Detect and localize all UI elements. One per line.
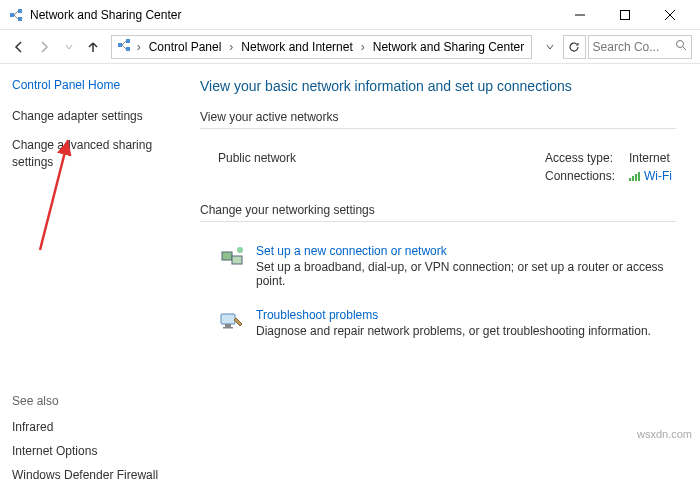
- window-titlebar: Network and Sharing Center: [0, 0, 700, 30]
- network-settings-heading: Change your networking settings: [200, 203, 676, 217]
- infrared-link[interactable]: Infrared: [12, 420, 178, 434]
- breadcrumb[interactable]: › Control Panel › Network and Internet ›…: [111, 35, 533, 59]
- main-content: View your basic network information and …: [190, 64, 700, 500]
- network-name: Public network: [218, 151, 545, 183]
- connections-value: Wi-Fi: [644, 169, 672, 183]
- setup-connection-link[interactable]: Set up a new connection or network: [256, 244, 672, 258]
- svg-line-3: [14, 11, 18, 15]
- close-button[interactable]: [647, 1, 692, 29]
- svg-line-12: [122, 41, 126, 45]
- window-title: Network and Sharing Center: [30, 8, 557, 22]
- access-type-label: Access type:: [545, 151, 615, 165]
- svg-rect-10: [126, 39, 130, 43]
- access-type-value: Internet: [629, 151, 672, 165]
- svg-rect-20: [225, 324, 231, 327]
- connections-label: Connections:: [545, 169, 615, 183]
- wifi-signal-icon: [629, 172, 640, 181]
- minimize-button[interactable]: [557, 1, 602, 29]
- svg-line-4: [14, 15, 18, 19]
- search-input[interactable]: Search Co...: [588, 35, 692, 59]
- page-heading: View your basic network information and …: [200, 78, 676, 94]
- wifi-connection-link[interactable]: Wi-Fi: [629, 169, 672, 183]
- up-button[interactable]: [82, 35, 105, 59]
- divider: [200, 128, 676, 129]
- change-advanced-sharing-link[interactable]: Change advanced sharing settings: [12, 137, 178, 171]
- svg-rect-0: [10, 13, 14, 17]
- svg-rect-2: [18, 17, 22, 21]
- navigation-bar: › Control Panel › Network and Internet ›…: [0, 30, 700, 64]
- back-button[interactable]: [8, 35, 31, 59]
- svg-rect-6: [620, 10, 629, 19]
- setup-connection-item: Set up a new connection or network Set u…: [200, 236, 676, 300]
- svg-point-14: [677, 41, 684, 48]
- window-controls: [557, 1, 692, 29]
- change-adapter-settings-link[interactable]: Change adapter settings: [12, 108, 178, 125]
- search-placeholder: Search Co...: [593, 40, 671, 54]
- sidebar: Control Panel Home Change adapter settin…: [0, 64, 190, 500]
- defender-firewall-link[interactable]: Windows Defender Firewall: [12, 468, 178, 482]
- troubleshoot-link[interactable]: Troubleshoot problems: [256, 308, 651, 322]
- svg-rect-17: [232, 256, 242, 264]
- troubleshoot-desc: Diagnose and repair network problems, or…: [256, 324, 651, 338]
- breadcrumb-sharing-center[interactable]: Network and Sharing Center: [370, 38, 527, 56]
- breadcrumb-network-internet[interactable]: Network and Internet: [238, 38, 355, 56]
- setup-connection-desc: Set up a broadband, dial-up, or VPN conn…: [256, 260, 672, 288]
- chevron-right-icon[interactable]: ›: [226, 40, 236, 54]
- svg-rect-1: [18, 9, 22, 13]
- app-icon: [8, 7, 24, 23]
- troubleshoot-item: Troubleshoot problems Diagnose and repai…: [200, 300, 676, 350]
- active-networks-heading: View your active networks: [200, 110, 676, 124]
- troubleshoot-icon: [218, 308, 246, 336]
- network-icon: [116, 37, 132, 56]
- chevron-right-icon[interactable]: ›: [358, 40, 368, 54]
- search-icon: [675, 39, 687, 54]
- svg-rect-11: [126, 47, 130, 51]
- svg-rect-16: [222, 252, 232, 260]
- breadcrumb-control-panel[interactable]: Control Panel: [146, 38, 225, 56]
- active-network-row: Public network Access type: Internet Con…: [200, 143, 676, 203]
- control-panel-home-link[interactable]: Control Panel Home: [12, 78, 178, 92]
- recent-dropdown[interactable]: [57, 35, 80, 59]
- chevron-right-icon[interactable]: ›: [134, 40, 144, 54]
- history-dropdown[interactable]: [538, 35, 561, 59]
- watermark: wsxdn.com: [637, 428, 692, 440]
- forward-button[interactable]: [33, 35, 56, 59]
- setup-connection-icon: [218, 244, 246, 272]
- svg-rect-21: [223, 327, 233, 329]
- internet-options-link[interactable]: Internet Options: [12, 444, 178, 458]
- see-also-heading: See also: [12, 394, 178, 408]
- svg-line-13: [122, 45, 126, 49]
- svg-rect-19: [221, 314, 235, 324]
- maximize-button[interactable]: [602, 1, 647, 29]
- svg-rect-9: [118, 43, 122, 47]
- refresh-button[interactable]: [563, 35, 586, 59]
- divider: [200, 221, 676, 222]
- svg-line-15: [683, 47, 686, 50]
- svg-point-18: [237, 247, 243, 253]
